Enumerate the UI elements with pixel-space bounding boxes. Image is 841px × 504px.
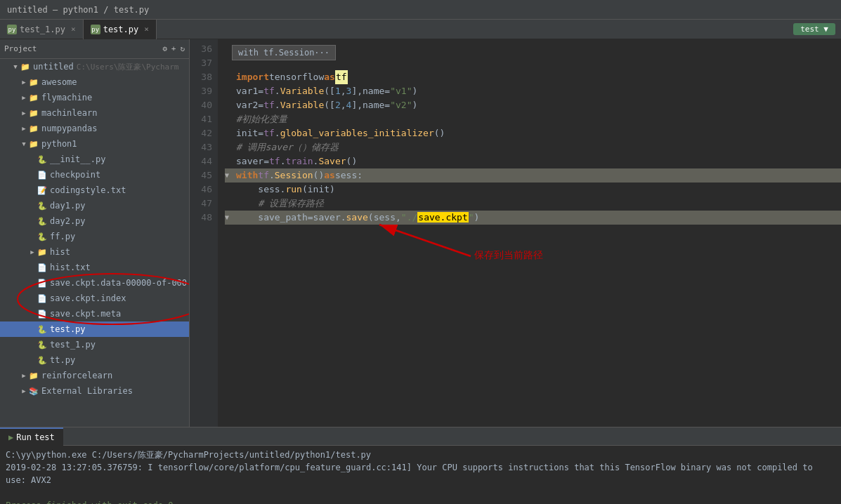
code-line-46: sess.run(init) — [225, 183, 841, 197]
folder-icon-flymachine: 📁 — [28, 92, 39, 103]
var2-code: var2=tf.Variable([2,4],name="v2") — [236, 98, 417, 112]
annotation-container: 保存到当前路径 — [225, 225, 841, 281]
py-icon-day2: 🐍 — [37, 215, 48, 227]
tree-item-extlibs[interactable]: ▶ 📚 External Libraries — [0, 383, 189, 399]
code-line-43: # 调用saver（）储存器 — [225, 140, 841, 154]
tree-item-hist[interactable]: ▶ 📁 hist — [0, 244, 189, 260]
folder-icon-hist: 📁 — [37, 246, 48, 258]
tab-test1py[interactable]: py test_1.py × — [0, 20, 84, 39]
code-line-40: var2=tf.Variable([2,4],name="v2") — [225, 98, 841, 112]
tab-close[interactable]: × — [71, 25, 76, 34]
tab-testpy[interactable]: py test.py × — [84, 20, 157, 39]
ln-36: 36 — [190, 42, 212, 56]
code-line-38: import tensorflow as tf — [225, 70, 841, 84]
py-icon-test1py: 🐍 — [37, 339, 48, 350]
tree-item-reinforcelearn[interactable]: ▶ 📁 reinforcelearn — [0, 368, 189, 383]
tab-label: test_1.py — [20, 25, 65, 34]
ln-37: 37 — [190, 56, 212, 70]
tab-run[interactable]: ▶ Run test — [0, 427, 63, 446]
tree-item-testpy[interactable]: 🐍 test.py — [0, 321, 189, 337]
code-line-44: saver=tf.train.Saver() — [225, 154, 841, 168]
run-button[interactable]: test ▼ — [793, 23, 835, 35]
sessrun-code: sess.run(init) — [236, 183, 335, 197]
ln-47: 47 — [190, 197, 212, 211]
tree-item-awesome[interactable]: ▶ 📁 awesome — [0, 74, 189, 90]
arrow-hist: ▶ — [28, 248, 37, 256]
tree-item-day2[interactable]: 🐍 day2.py — [0, 213, 189, 229]
tree-item-checkpoint[interactable]: 📄 checkpoint — [0, 167, 189, 183]
tooltip-text: with tf.Session··· — [238, 48, 330, 58]
tree-item-python1[interactable]: ▼ 📁 python1 — [0, 136, 189, 152]
sidebar-add-icon[interactable]: + — [171, 44, 176, 53]
tree-item-machinlearn[interactable]: ▶ 📁 machinlearn — [0, 105, 189, 121]
cmt-41: #初始化变量 — [236, 112, 287, 126]
sidebar-header: Project ⚙ + ↻ — [0, 39, 189, 59]
tree-item-ckptindex[interactable]: 📄 save.ckpt.index — [0, 291, 189, 306]
tree-item-codingstyle[interactable]: 📝 codingstyle.txt — [0, 183, 189, 198]
tree-label-ff: ff.py — [50, 232, 75, 241]
ln-39: 39 — [190, 84, 212, 98]
bottom-content: C:\yy\python.exe C:/Users/陈亚豪/PycharmPro… — [0, 446, 841, 504]
top-bar: untitled — python1 / test.py — [0, 0, 841, 20]
tree-item-untitled[interactable]: ▼ 📁 untitled C:\Users\陈亚豪\Pycharm — [0, 59, 189, 74]
arrow-untitled: ▼ — [11, 62, 20, 71]
arrow-ff — [28, 232, 37, 241]
tree-item-init[interactable]: 🐍 __init__.py — [0, 152, 189, 167]
py-icon-active: py — [91, 25, 100, 34]
arrow-ttpy — [28, 356, 37, 364]
tree-label-machinlearn: machinlearn — [41, 108, 97, 118]
bottom-tabs: ▶ Run test — [0, 427, 841, 446]
run-tab-name: test — [34, 432, 55, 442]
sidebar-settings-icon[interactable]: ⚙ — [162, 44, 167, 53]
code-line-45: ▼ with tf.Session() as sess: — [225, 168, 841, 183]
py-icon: py — [7, 25, 17, 34]
code-line-48: ▼ save_path=saver.save(sess,"./save.ckpt… — [225, 211, 841, 225]
arrow-ckptdata — [28, 279, 37, 287]
folder-icon-python1: 📁 — [28, 138, 39, 150]
tree-item-ff[interactable]: 🐍 ff.py — [0, 229, 189, 244]
dot: . — [269, 168, 275, 183]
code-area[interactable]: # print(t) import tensorflow as tf — [218, 39, 841, 427]
parens: () — [313, 168, 325, 183]
window-title: untitled — python1 / test.py — [0, 5, 156, 15]
arrow-awesome: ▶ — [20, 78, 28, 86]
arrow-testpy — [28, 325, 37, 333]
sidebar-tree: ▼ 📁 untitled C:\Users\陈亚豪\Pycharm ▶ 📁 aw… — [0, 59, 189, 427]
tree-label-test1py: test_1.py — [50, 340, 96, 350]
arrow-annotation-svg: 保存到当前路径 — [365, 218, 611, 281]
tree-item-flymachine[interactable]: ▶ 📁 flymachine — [0, 90, 189, 105]
folder-icon-machinlearn: 📁 — [28, 107, 39, 119]
tree-item-numpypandas[interactable]: ▶ 📁 numpypandas — [0, 121, 189, 136]
tab-close-active[interactable]: × — [144, 25, 149, 34]
tree-item-histtxt[interactable]: 📄 hist.txt — [0, 260, 189, 275]
ln-44: 44 — [190, 154, 212, 168]
tree-item-day1[interactable]: 🐍 day1.py — [0, 198, 189, 213]
fold-48[interactable]: ▼ — [225, 211, 236, 225]
fold-45[interactable]: ▼ — [225, 168, 236, 183]
tree-item-test1py[interactable]: 🐍 test_1.py — [0, 337, 189, 352]
var1-code: var1=tf.Variable([1,3],name="v1") — [236, 84, 417, 98]
main-area: Project ⚙ + ↻ ▼ 📁 untitled C:\Users\陈亚豪\… — [0, 39, 841, 427]
sidebar-sync-icon[interactable]: ↻ — [180, 44, 185, 53]
arrow-reinforcelearn: ▶ — [20, 371, 28, 380]
editor: with tf.Session··· 36 37 38 39 40 41 42 … — [190, 39, 841, 427]
arrow-python1: ▼ — [20, 140, 28, 148]
savepath-code: save_path=saver.save(sess,"./save.ckpt") — [236, 211, 479, 225]
tree-item-ckptdata[interactable]: 📄 save.ckpt.data-00000-of-000 — [0, 275, 189, 291]
success-text: Process finished with exit code 0 — [6, 500, 173, 504]
tree-label-numpypandas: numpypandas — [41, 124, 97, 133]
code-tensorflow: tensorflow — [269, 70, 324, 84]
tree-label-day2: day2.py — [50, 216, 86, 226]
tree-label-ckptindex: save.ckpt.index — [50, 293, 126, 303]
success-line: Process finished with exit code 0 — [6, 499, 835, 504]
tree-label-awesome: awesome — [41, 77, 77, 87]
ckpt-icon-meta: 📄 — [37, 308, 48, 319]
arrow-day1 — [28, 201, 37, 210]
tree-item-ckptmeta[interactable]: 📄 save.ckpt.meta — [0, 306, 189, 321]
tree-item-ttpy[interactable]: 🐍 tt.py — [0, 352, 189, 368]
editor-content[interactable]: 36 37 38 39 40 41 42 43 44 45 46 47 48 #… — [190, 39, 841, 427]
code-line-47: # 设置保存路径 — [225, 197, 841, 211]
cmt-43: # 调用saver（）储存器 — [236, 140, 339, 154]
cmt-47: # 设置保存路径 — [236, 197, 324, 211]
tree-label-extlibs: External Libraries — [41, 386, 133, 396]
